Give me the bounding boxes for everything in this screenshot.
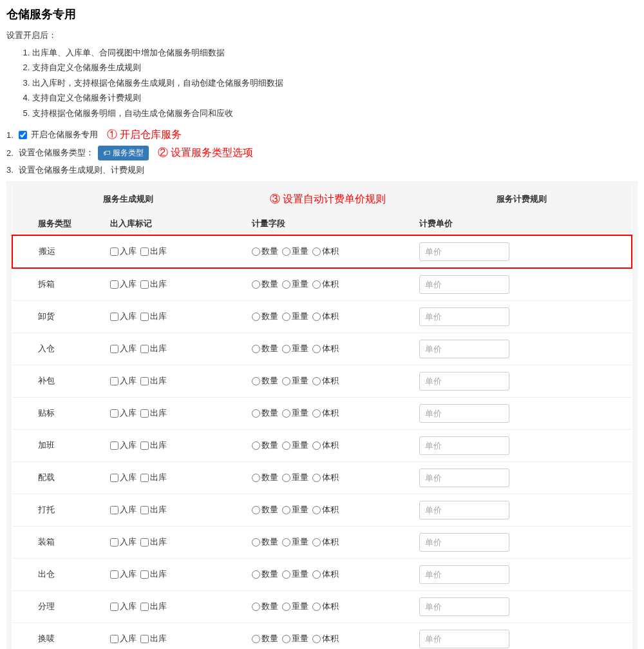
mark-out-label[interactable]: 出库	[140, 278, 167, 290]
mark-out-label[interactable]: 出库	[140, 343, 167, 354]
field-vol-radio[interactable]	[312, 603, 321, 611]
field-vol-radio[interactable]	[312, 506, 321, 514]
field-qty-label[interactable]: 数量	[252, 343, 278, 354]
mark-out-checkbox[interactable]	[140, 506, 149, 514]
field-vol-label[interactable]: 体积	[312, 311, 339, 322]
mark-in-label[interactable]: 入库	[110, 568, 137, 580]
mark-in-checkbox[interactable]	[110, 345, 118, 353]
mark-in-label[interactable]: 入库	[110, 311, 137, 322]
field-vol-radio[interactable]	[312, 280, 321, 289]
price-input[interactable]	[419, 340, 509, 358]
mark-in-label[interactable]: 入库	[110, 536, 137, 548]
field-qty-label[interactable]: 数量	[252, 246, 278, 257]
mark-in-label[interactable]: 入库	[110, 343, 137, 354]
mark-out-label[interactable]: 出库	[140, 633, 167, 644]
field-qty-radio[interactable]	[252, 280, 260, 289]
field-qty-radio[interactable]	[252, 377, 260, 385]
field-qty-radio[interactable]	[252, 506, 260, 514]
field-vol-label[interactable]: 体积	[312, 440, 339, 451]
field-weight-radio[interactable]	[282, 247, 290, 256]
field-vol-radio[interactable]	[312, 247, 321, 256]
field-weight-label[interactable]: 重量	[282, 472, 308, 483]
mark-in-checkbox[interactable]	[110, 506, 118, 514]
mark-out-checkbox[interactable]	[140, 570, 149, 579]
mark-in-label[interactable]: 入库	[110, 504, 137, 516]
mark-out-checkbox[interactable]	[140, 441, 149, 450]
mark-out-checkbox[interactable]	[140, 409, 149, 418]
field-vol-label[interactable]: 体积	[312, 601, 339, 612]
field-vol-label[interactable]: 体积	[312, 407, 339, 419]
field-vol-label[interactable]: 体积	[312, 278, 339, 290]
field-qty-label[interactable]: 数量	[252, 375, 278, 387]
field-weight-radio[interactable]	[282, 313, 290, 321]
field-weight-radio[interactable]	[282, 570, 290, 579]
field-weight-radio[interactable]	[282, 377, 290, 385]
mark-in-label[interactable]: 入库	[110, 278, 137, 290]
mark-out-label[interactable]: 出库	[140, 472, 167, 483]
mark-in-checkbox[interactable]	[110, 313, 118, 321]
field-weight-label[interactable]: 重量	[282, 375, 308, 387]
field-qty-label[interactable]: 数量	[252, 472, 278, 483]
field-vol-radio[interactable]	[312, 409, 321, 418]
field-qty-label[interactable]: 数量	[252, 633, 278, 644]
mark-out-label[interactable]: 出库	[140, 311, 167, 322]
mark-out-checkbox[interactable]	[140, 313, 149, 321]
price-input[interactable]	[419, 630, 509, 648]
field-weight-radio[interactable]	[282, 538, 290, 547]
price-input[interactable]	[419, 436, 509, 455]
field-vol-radio[interactable]	[312, 345, 321, 353]
field-qty-radio[interactable]	[252, 441, 260, 450]
field-weight-label[interactable]: 重量	[282, 407, 308, 419]
mark-out-checkbox[interactable]	[140, 377, 149, 385]
field-qty-label[interactable]: 数量	[252, 568, 278, 580]
field-qty-radio[interactable]	[252, 474, 260, 482]
mark-out-checkbox[interactable]	[140, 538, 149, 547]
field-vol-radio[interactable]	[312, 635, 321, 643]
mark-in-checkbox[interactable]	[110, 441, 118, 450]
field-qty-radio[interactable]	[252, 570, 260, 579]
mark-in-label[interactable]: 入库	[110, 407, 137, 419]
field-qty-label[interactable]: 数量	[252, 504, 278, 516]
field-vol-label[interactable]: 体积	[312, 472, 339, 483]
enable-service-checkbox[interactable]	[19, 131, 27, 139]
price-input[interactable]	[419, 597, 509, 616]
price-input[interactable]	[419, 404, 509, 423]
field-qty-label[interactable]: 数量	[252, 278, 278, 290]
mark-out-checkbox[interactable]	[140, 603, 149, 611]
mark-in-label[interactable]: 入库	[110, 375, 137, 387]
field-vol-label[interactable]: 体积	[312, 568, 339, 580]
field-weight-label[interactable]: 重量	[282, 311, 308, 322]
field-weight-label[interactable]: 重量	[282, 601, 308, 612]
field-qty-radio[interactable]	[252, 603, 260, 611]
field-weight-radio[interactable]	[282, 506, 290, 514]
field-weight-label[interactable]: 重量	[282, 504, 308, 516]
mark-in-label[interactable]: 入库	[110, 472, 137, 483]
field-vol-radio[interactable]	[312, 474, 321, 482]
field-weight-label[interactable]: 重量	[282, 343, 308, 354]
mark-in-checkbox[interactable]	[110, 635, 118, 643]
mark-in-checkbox[interactable]	[110, 603, 118, 611]
price-input[interactable]	[419, 242, 509, 261]
field-weight-label[interactable]: 重量	[282, 278, 308, 290]
field-weight-label[interactable]: 重量	[282, 633, 308, 644]
field-vol-label[interactable]: 体积	[312, 343, 339, 354]
price-input[interactable]	[419, 501, 509, 519]
mark-out-label[interactable]: 出库	[140, 568, 167, 580]
field-vol-label[interactable]: 体积	[312, 536, 339, 548]
field-vol-radio[interactable]	[312, 313, 321, 321]
field-qty-radio[interactable]	[252, 538, 260, 547]
field-qty-radio[interactable]	[252, 247, 260, 256]
mark-out-checkbox[interactable]	[140, 345, 149, 353]
mark-in-checkbox[interactable]	[110, 409, 118, 418]
mark-in-label[interactable]: 入库	[110, 440, 137, 451]
mark-out-checkbox[interactable]	[140, 247, 149, 256]
mark-out-label[interactable]: 出库	[140, 536, 167, 548]
mark-in-label[interactable]: 入库	[110, 246, 137, 257]
mark-in-checkbox[interactable]	[110, 377, 118, 385]
price-input[interactable]	[419, 307, 509, 326]
field-weight-label[interactable]: 重量	[282, 246, 308, 257]
price-input[interactable]	[419, 469, 509, 487]
mark-in-label[interactable]: 入库	[110, 633, 137, 644]
field-weight-label[interactable]: 重量	[282, 440, 308, 451]
field-qty-radio[interactable]	[252, 409, 260, 418]
